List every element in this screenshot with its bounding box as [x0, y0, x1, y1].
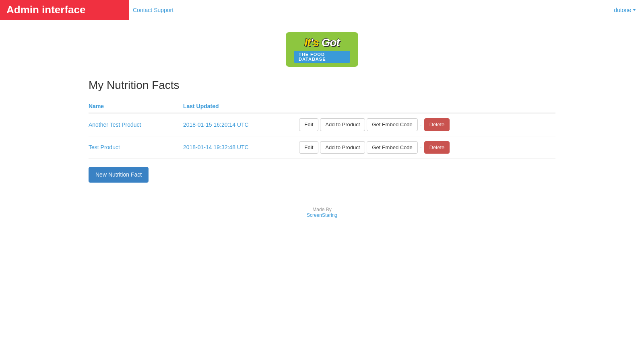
add-to-product-button-1[interactable]: Add to Product [320, 141, 365, 154]
row-actions-cell: Edit Add to Product Get Embed Code · Del… [299, 136, 555, 159]
username-label: dutone [614, 7, 631, 13]
navbar: Admin interface Contact Support dutone [0, 0, 644, 20]
footer: Made By ScreenStaring [89, 207, 555, 218]
table-header: Name Last Updated [89, 100, 555, 113]
chevron-down-icon [633, 9, 636, 11]
row-actions-cell: Edit Add to Product Get Embed Code · Del… [299, 113, 555, 136]
separator-1: · [419, 144, 423, 150]
author-link[interactable]: ScreenStaring [307, 212, 337, 218]
row-name-cell: Test Product [89, 136, 183, 159]
site-logo: It's Got The Food Database [286, 32, 358, 67]
table-row: Another Test Product 2018-01-15 16:20:14… [89, 113, 555, 136]
row-name-cell: Another Test Product [89, 113, 183, 136]
main-content: It's Got The Food Database My Nutrition … [80, 20, 564, 230]
table-row: Test Product 2018-01-14 19:32:48 UTC Edi… [89, 136, 555, 159]
edit-button-1[interactable]: Edit [299, 141, 318, 154]
row-date-cell: 2018-01-15 16:20:14 UTC [183, 113, 299, 136]
column-header-actions [299, 100, 555, 113]
logo-subtitle: The Food Database [294, 51, 350, 63]
user-menu[interactable]: dutone [614, 7, 644, 13]
get-embed-code-button-1[interactable]: Get Embed Code [367, 141, 417, 154]
delete-button-1[interactable]: Delete [424, 141, 450, 154]
add-to-product-button-0[interactable]: Add to Product [320, 118, 365, 131]
edit-button-0[interactable]: Edit [299, 118, 318, 131]
admin-brand-label[interactable]: Admin interface [0, 0, 129, 20]
product-name-link-1[interactable]: Test Product [89, 144, 120, 150]
column-header-name: Name [89, 100, 183, 113]
page-title: My Nutrition Facts [89, 79, 555, 92]
column-header-updated: Last Updated [183, 100, 299, 113]
new-nutrition-fact-button[interactable]: New Nutrition Fact [89, 167, 149, 183]
product-name-link-0[interactable]: Another Test Product [89, 121, 141, 128]
get-embed-code-button-0[interactable]: Get Embed Code [367, 118, 417, 131]
separator-0: · [419, 121, 423, 128]
contact-support-link[interactable]: Contact Support [133, 7, 173, 13]
navbar-links: Contact Support [129, 7, 173, 13]
nutrition-facts-table: Name Last Updated Another Test Product 2… [89, 100, 555, 159]
made-by-label: Made By [89, 207, 555, 212]
delete-button-0[interactable]: Delete [424, 118, 450, 131]
table-body: Another Test Product 2018-01-15 16:20:14… [89, 113, 555, 159]
row-date-cell: 2018-01-14 19:32:48 UTC [183, 136, 299, 159]
logo-area: It's Got The Food Database [89, 32, 555, 67]
logo-title: It's Got [304, 36, 339, 49]
